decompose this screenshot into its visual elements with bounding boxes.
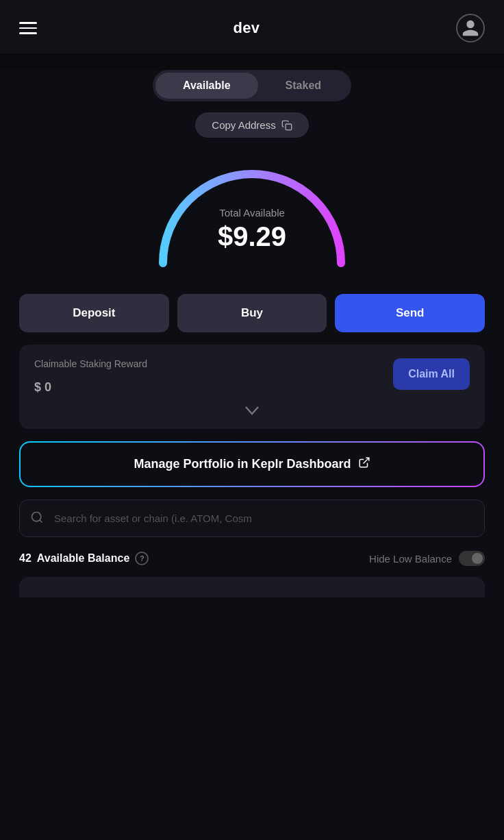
action-buttons: Deposit Buy Send: [19, 294, 485, 332]
staking-info: Claimable Staking Reward $ 0: [34, 358, 147, 396]
staking-header: Claimable Staking Reward $ 0 Claim All: [34, 358, 470, 396]
gauge-text: Total Available $9.29: [218, 207, 286, 252]
balance-number: 42: [19, 552, 32, 565]
header: dev: [0, 0, 504, 53]
menu-icon[interactable]: [19, 22, 37, 34]
copy-address-button[interactable]: Copy Address: [195, 112, 308, 138]
page-title: dev: [234, 19, 260, 37]
claim-all-button[interactable]: Claim All: [393, 358, 470, 390]
hide-low-label: Hide Low Balance: [369, 553, 452, 565]
svg-point-2: [32, 512, 41, 521]
copy-address-label: Copy Address: [212, 119, 275, 131]
avatar[interactable]: [456, 14, 485, 42]
bottom-card-preview: [19, 577, 485, 597]
portfolio-button[interactable]: Manage Portfolio in Keplr Dashboard: [21, 443, 483, 486]
svg-line-3: [40, 519, 42, 522]
hide-low-balance: Hide Low Balance: [369, 551, 485, 566]
staking-card: Claimable Staking Reward $ 0 Claim All: [19, 345, 485, 429]
balance-count: 42 Available Balance ?: [19, 552, 149, 565]
tab-switcher: Available Staked: [153, 70, 351, 101]
main-content: Available Staked Copy Address Total Avai…: [0, 70, 504, 840]
tab-staked[interactable]: Staked: [258, 73, 349, 99]
external-link-icon: [358, 456, 370, 472]
gauge: Total Available $9.29: [142, 143, 362, 280]
chevron-row: [34, 406, 470, 418]
copy-icon: [281, 120, 292, 131]
svg-rect-0: [286, 124, 292, 130]
svg-line-1: [363, 458, 368, 463]
search-input[interactable]: [19, 499, 485, 537]
tab-available[interactable]: Available: [155, 73, 258, 99]
send-button[interactable]: Send: [335, 294, 485, 332]
portfolio-button-wrapper: Manage Portfolio in Keplr Dashboard: [19, 441, 485, 487]
chevron-down-icon[interactable]: [244, 406, 260, 418]
search-wrapper: [19, 499, 485, 537]
search-icon: [30, 510, 44, 527]
info-icon[interactable]: ?: [135, 552, 149, 565]
buy-button[interactable]: Buy: [177, 294, 327, 332]
portfolio-label: Manage Portfolio in Keplr Dashboard: [134, 457, 351, 471]
staking-label: Claimable Staking Reward: [34, 358, 147, 369]
deposit-button[interactable]: Deposit: [19, 294, 169, 332]
staking-value: $ 0: [34, 375, 147, 396]
balance-row: 42 Available Balance ? Hide Low Balance: [19, 551, 485, 574]
gauge-label: Total Available: [218, 207, 286, 219]
gauge-value: $9.29: [218, 221, 286, 252]
hide-low-toggle[interactable]: [459, 551, 485, 566]
balance-label: Available Balance: [37, 552, 129, 565]
